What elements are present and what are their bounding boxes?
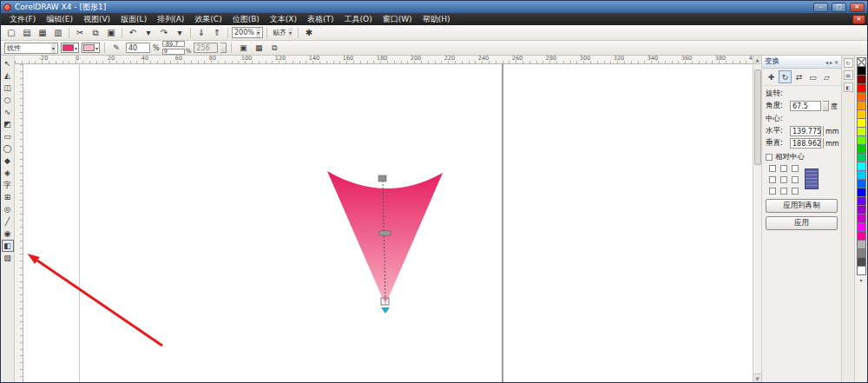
fill-tool[interactable]: ◧ xyxy=(2,240,14,252)
polygon-tool[interactable]: ◆ xyxy=(2,155,14,167)
anchor-checkbox-0[interactable] xyxy=(769,165,776,172)
interactive-fill-tool[interactable]: ▨ xyxy=(2,252,14,264)
vertical-spinner[interactable] xyxy=(823,138,824,149)
undo-button[interactable]: ↶ xyxy=(126,27,140,39)
menu-item-3[interactable]: 版面(L) xyxy=(115,13,152,25)
import-button[interactable]: ⇓ xyxy=(194,27,208,39)
docker-tab-color-icon[interactable]: ◧ xyxy=(844,83,853,92)
menu-item-7[interactable]: 文本(X) xyxy=(265,13,302,25)
rectangle-tool[interactable]: ▭ xyxy=(2,130,14,142)
anchor-checkbox-3[interactable] xyxy=(769,176,776,183)
copy-fill-properties-icon[interactable]: ⧉ xyxy=(267,42,281,54)
menu-item-0[interactable]: 文件(F) xyxy=(4,13,41,25)
print-button[interactable]: ▥ xyxy=(51,27,65,39)
anchor-checkbox-5[interactable] xyxy=(792,176,799,183)
center-horizontal-field[interactable]: 139.775 xyxy=(790,126,821,136)
apply-to-duplicate-button[interactable]: 应用到再制 xyxy=(766,199,838,213)
ellipse-tool[interactable]: ◯ xyxy=(2,142,14,155)
steps-spinner[interactable] xyxy=(220,43,227,53)
fill-start-color-picker[interactable]: ▾ xyxy=(61,43,79,53)
menu-item-5[interactable]: 效果(C) xyxy=(189,13,227,25)
blend-tool[interactable]: ◎ xyxy=(2,203,14,215)
open-button[interactable]: ▤ xyxy=(20,27,34,39)
scrollbar-thumb[interactable] xyxy=(754,69,761,165)
color-swatch-23[interactable] xyxy=(857,266,866,275)
docker-tab-object-icon[interactable]: ▤ xyxy=(844,70,853,80)
redo-caret[interactable]: ▾ xyxy=(173,27,187,39)
fill-type-combo[interactable]: 线性 ▾ xyxy=(4,43,58,54)
steps-lock-icon[interactable]: ▣ xyxy=(236,42,250,54)
transform-size-button[interactable]: ▭ xyxy=(806,70,819,83)
anchor-checkbox-6[interactable] xyxy=(769,188,776,195)
apply-button[interactable]: 应用 xyxy=(766,216,838,230)
center-vertical-field[interactable]: 188.962 xyxy=(790,138,821,149)
docker-tab-transform-icon[interactable]: ↻ xyxy=(844,58,853,68)
gradient-midpoint-handle[interactable] xyxy=(379,231,391,235)
shape-tool[interactable]: ◭ xyxy=(2,69,14,82)
menu-item-1[interactable]: 编辑(E) xyxy=(41,13,78,25)
vertical-scrollbar[interactable]: ▲ ▼ xyxy=(753,56,761,382)
menu-item-2[interactable]: 视图(V) xyxy=(78,13,115,25)
eyedropper-tool[interactable]: ╱ xyxy=(2,215,14,228)
transform-rotate-button[interactable]: ↻ xyxy=(779,70,792,83)
selected-shape[interactable] xyxy=(327,171,443,305)
edge-pad-field[interactable]: 9 xyxy=(162,49,185,55)
document-close-button[interactable]: ✕ xyxy=(852,15,865,24)
menu-item-11[interactable]: 帮助(H) xyxy=(418,13,456,25)
minimize-button[interactable]: ‒ xyxy=(813,3,828,12)
scroll-up-icon[interactable]: ▲ xyxy=(753,56,762,64)
freehand-tool[interactable]: ∿ xyxy=(2,106,14,118)
close-button[interactable]: ✕ xyxy=(850,3,865,12)
docker-close-icon[interactable]: ✕ xyxy=(834,59,838,65)
redo-button[interactable]: ↷ xyxy=(157,27,171,39)
chevron-down-icon[interactable]: ▾ xyxy=(51,43,56,53)
crop-tool[interactable]: ◫ xyxy=(2,82,14,94)
chevron-down-icon[interactable]: ▾ xyxy=(256,28,260,37)
export-button[interactable]: ⇑ xyxy=(210,27,224,39)
paste-button[interactable]: ▣ xyxy=(104,27,118,39)
docker-nav-right-icon[interactable]: ▸ xyxy=(830,59,832,65)
cut-button[interactable]: ✂ xyxy=(73,27,87,39)
new-button[interactable]: ▢ xyxy=(4,27,18,39)
menu-item-6[interactable]: 位图(B) xyxy=(227,13,265,25)
outline-tool[interactable]: ◉ xyxy=(2,228,14,240)
fill-end-color-picker[interactable]: ▾ xyxy=(82,43,100,53)
midpoint-field[interactable]: 40 xyxy=(126,43,150,53)
scroll-down-icon[interactable]: ▼ xyxy=(753,373,762,382)
chevron-down-icon[interactable]: ▾ xyxy=(288,28,293,37)
menu-item-10[interactable]: 窗口(W) xyxy=(378,13,418,25)
fountain-fill-dialog-icon[interactable]: ▦ xyxy=(252,42,266,54)
zoom-level-combo[interactable]: 200% ▾ xyxy=(232,27,263,38)
text-tool[interactable]: 字 xyxy=(2,179,14,191)
anchor-checkbox-7[interactable] xyxy=(780,188,787,195)
save-button[interactable]: ▦ xyxy=(36,27,49,39)
transform-scale-button[interactable]: ⇄ xyxy=(792,70,806,83)
anchor-checkbox-8[interactable] xyxy=(792,188,799,195)
anchor-checkbox-1[interactable] xyxy=(780,165,787,172)
snap-to-combo[interactable]: 贴齐 ▾ xyxy=(271,27,294,38)
drawing-canvas[interactable] xyxy=(23,64,753,382)
undo-caret[interactable]: ▾ xyxy=(141,27,155,39)
menu-item-9[interactable]: 工具(O) xyxy=(339,13,378,25)
angle-field[interactable]: 67.5 xyxy=(790,101,821,111)
anchor-checkbox-4[interactable] xyxy=(780,176,787,183)
gradient-start-handle[interactable] xyxy=(378,175,386,182)
transform-position-button[interactable]: ✚ xyxy=(765,70,778,83)
table-tool[interactable]: ⊞ xyxy=(2,191,14,203)
horizontal-ruler[interactable]: -200204060801001201401601802002202402602… xyxy=(15,56,753,64)
palette-scroll-down-icon[interactable]: ▾ xyxy=(859,277,862,283)
angle-spinner[interactable] xyxy=(823,101,829,111)
smart-fill-tool[interactable]: ◩ xyxy=(2,118,14,130)
maximize-button[interactable]: □ xyxy=(832,3,846,12)
horizontal-spinner[interactable] xyxy=(823,126,824,136)
transform-skew-button[interactable]: ▱ xyxy=(820,70,833,83)
vertical-ruler[interactable] xyxy=(15,64,23,382)
options-button[interactable]: ✱ xyxy=(302,27,316,39)
pick-tool[interactable]: ↖ xyxy=(2,57,14,69)
menu-item-4[interactable]: 排列(A) xyxy=(152,13,189,25)
edit-fill-button[interactable]: ✎ xyxy=(109,42,123,54)
fill-angle-field[interactable]: -89.7 xyxy=(162,41,185,47)
docker-nav-left-icon[interactable]: ◂ xyxy=(825,59,828,65)
gradient-end-arrow[interactable] xyxy=(381,307,390,314)
anchor-checkbox-2[interactable] xyxy=(792,165,799,172)
